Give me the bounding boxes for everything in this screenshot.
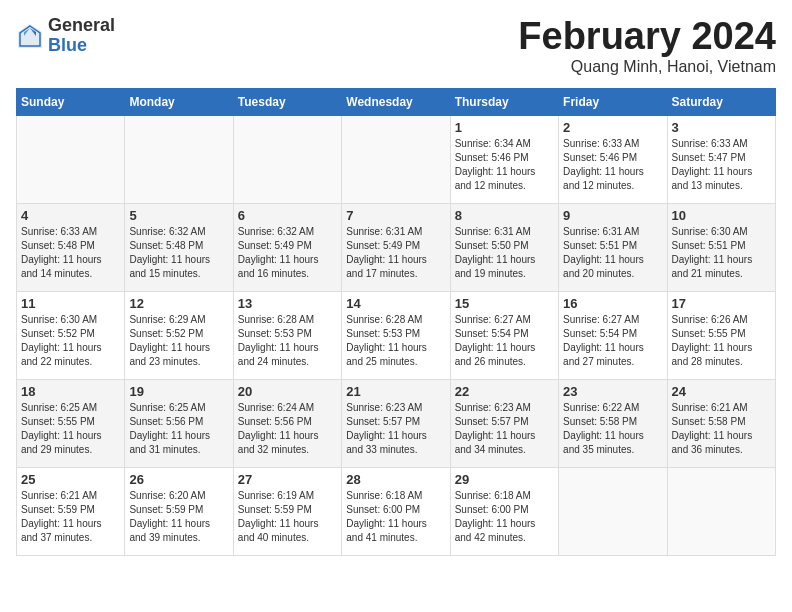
header-cell-friday: Friday bbox=[559, 88, 667, 115]
day-info: Sunrise: 6:23 AMSunset: 5:57 PMDaylight:… bbox=[346, 401, 445, 457]
calendar-cell: 23Sunrise: 6:22 AMSunset: 5:58 PMDayligh… bbox=[559, 379, 667, 467]
day-number: 14 bbox=[346, 296, 445, 311]
day-number: 15 bbox=[455, 296, 554, 311]
day-number: 22 bbox=[455, 384, 554, 399]
day-number: 12 bbox=[129, 296, 228, 311]
day-number: 10 bbox=[672, 208, 771, 223]
calendar-header: SundayMondayTuesdayWednesdayThursdayFrid… bbox=[17, 88, 776, 115]
day-info: Sunrise: 6:31 AMSunset: 5:49 PMDaylight:… bbox=[346, 225, 445, 281]
logo-blue-text: Blue bbox=[48, 36, 115, 56]
day-number: 1 bbox=[455, 120, 554, 135]
day-number: 20 bbox=[238, 384, 337, 399]
day-info: Sunrise: 6:22 AMSunset: 5:58 PMDaylight:… bbox=[563, 401, 662, 457]
day-info: Sunrise: 6:28 AMSunset: 5:53 PMDaylight:… bbox=[238, 313, 337, 369]
day-info: Sunrise: 6:21 AMSunset: 5:59 PMDaylight:… bbox=[21, 489, 120, 545]
calendar-cell: 11Sunrise: 6:30 AMSunset: 5:52 PMDayligh… bbox=[17, 291, 125, 379]
day-number: 24 bbox=[672, 384, 771, 399]
calendar-cell: 10Sunrise: 6:30 AMSunset: 5:51 PMDayligh… bbox=[667, 203, 775, 291]
calendar-cell: 21Sunrise: 6:23 AMSunset: 5:57 PMDayligh… bbox=[342, 379, 450, 467]
calendar-week-row: 4Sunrise: 6:33 AMSunset: 5:48 PMDaylight… bbox=[17, 203, 776, 291]
day-number: 21 bbox=[346, 384, 445, 399]
calendar-cell: 19Sunrise: 6:25 AMSunset: 5:56 PMDayligh… bbox=[125, 379, 233, 467]
calendar-cell bbox=[233, 115, 341, 203]
day-number: 9 bbox=[563, 208, 662, 223]
calendar-cell: 15Sunrise: 6:27 AMSunset: 5:54 PMDayligh… bbox=[450, 291, 558, 379]
day-number: 18 bbox=[21, 384, 120, 399]
logo-general-text: General bbox=[48, 16, 115, 36]
calendar-cell: 14Sunrise: 6:28 AMSunset: 5:53 PMDayligh… bbox=[342, 291, 450, 379]
calendar-table: SundayMondayTuesdayWednesdayThursdayFrid… bbox=[16, 88, 776, 556]
day-info: Sunrise: 6:33 AMSunset: 5:48 PMDaylight:… bbox=[21, 225, 120, 281]
page-header: General Blue February 2024 Quang Minh, H… bbox=[16, 16, 776, 76]
day-info: Sunrise: 6:25 AMSunset: 5:56 PMDaylight:… bbox=[129, 401, 228, 457]
calendar-cell: 13Sunrise: 6:28 AMSunset: 5:53 PMDayligh… bbox=[233, 291, 341, 379]
day-info: Sunrise: 6:18 AMSunset: 6:00 PMDaylight:… bbox=[346, 489, 445, 545]
day-info: Sunrise: 6:24 AMSunset: 5:56 PMDaylight:… bbox=[238, 401, 337, 457]
calendar-week-row: 11Sunrise: 6:30 AMSunset: 5:52 PMDayligh… bbox=[17, 291, 776, 379]
header-cell-tuesday: Tuesday bbox=[233, 88, 341, 115]
day-number: 5 bbox=[129, 208, 228, 223]
calendar-body: 1Sunrise: 6:34 AMSunset: 5:46 PMDaylight… bbox=[17, 115, 776, 555]
calendar-cell: 29Sunrise: 6:18 AMSunset: 6:00 PMDayligh… bbox=[450, 467, 558, 555]
logo-text: General Blue bbox=[48, 16, 115, 56]
calendar-cell bbox=[342, 115, 450, 203]
calendar-cell: 12Sunrise: 6:29 AMSunset: 5:52 PMDayligh… bbox=[125, 291, 233, 379]
day-number: 23 bbox=[563, 384, 662, 399]
day-info: Sunrise: 6:32 AMSunset: 5:49 PMDaylight:… bbox=[238, 225, 337, 281]
day-info: Sunrise: 6:21 AMSunset: 5:58 PMDaylight:… bbox=[672, 401, 771, 457]
day-info: Sunrise: 6:30 AMSunset: 5:52 PMDaylight:… bbox=[21, 313, 120, 369]
calendar-cell: 28Sunrise: 6:18 AMSunset: 6:00 PMDayligh… bbox=[342, 467, 450, 555]
day-number: 19 bbox=[129, 384, 228, 399]
calendar-cell bbox=[17, 115, 125, 203]
day-info: Sunrise: 6:20 AMSunset: 5:59 PMDaylight:… bbox=[129, 489, 228, 545]
calendar-cell: 26Sunrise: 6:20 AMSunset: 5:59 PMDayligh… bbox=[125, 467, 233, 555]
calendar-cell: 4Sunrise: 6:33 AMSunset: 5:48 PMDaylight… bbox=[17, 203, 125, 291]
header-cell-monday: Monday bbox=[125, 88, 233, 115]
day-number: 7 bbox=[346, 208, 445, 223]
calendar-week-row: 18Sunrise: 6:25 AMSunset: 5:55 PMDayligh… bbox=[17, 379, 776, 467]
day-info: Sunrise: 6:18 AMSunset: 6:00 PMDaylight:… bbox=[455, 489, 554, 545]
day-number: 28 bbox=[346, 472, 445, 487]
day-number: 16 bbox=[563, 296, 662, 311]
header-cell-thursday: Thursday bbox=[450, 88, 558, 115]
day-number: 6 bbox=[238, 208, 337, 223]
day-info: Sunrise: 6:31 AMSunset: 5:51 PMDaylight:… bbox=[563, 225, 662, 281]
calendar-cell: 6Sunrise: 6:32 AMSunset: 5:49 PMDaylight… bbox=[233, 203, 341, 291]
day-number: 4 bbox=[21, 208, 120, 223]
calendar-cell: 18Sunrise: 6:25 AMSunset: 5:55 PMDayligh… bbox=[17, 379, 125, 467]
day-number: 25 bbox=[21, 472, 120, 487]
day-number: 29 bbox=[455, 472, 554, 487]
day-info: Sunrise: 6:33 AMSunset: 5:46 PMDaylight:… bbox=[563, 137, 662, 193]
calendar-week-row: 1Sunrise: 6:34 AMSunset: 5:46 PMDaylight… bbox=[17, 115, 776, 203]
header-row: SundayMondayTuesdayWednesdayThursdayFrid… bbox=[17, 88, 776, 115]
day-number: 13 bbox=[238, 296, 337, 311]
location-subtitle: Quang Minh, Hanoi, Vietnam bbox=[518, 58, 776, 76]
calendar-cell: 16Sunrise: 6:27 AMSunset: 5:54 PMDayligh… bbox=[559, 291, 667, 379]
calendar-cell: 5Sunrise: 6:32 AMSunset: 5:48 PMDaylight… bbox=[125, 203, 233, 291]
day-info: Sunrise: 6:34 AMSunset: 5:46 PMDaylight:… bbox=[455, 137, 554, 193]
calendar-cell: 27Sunrise: 6:19 AMSunset: 5:59 PMDayligh… bbox=[233, 467, 341, 555]
calendar-cell: 8Sunrise: 6:31 AMSunset: 5:50 PMDaylight… bbox=[450, 203, 558, 291]
day-info: Sunrise: 6:27 AMSunset: 5:54 PMDaylight:… bbox=[455, 313, 554, 369]
calendar-cell: 1Sunrise: 6:34 AMSunset: 5:46 PMDaylight… bbox=[450, 115, 558, 203]
day-info: Sunrise: 6:30 AMSunset: 5:51 PMDaylight:… bbox=[672, 225, 771, 281]
calendar-cell bbox=[559, 467, 667, 555]
day-info: Sunrise: 6:25 AMSunset: 5:55 PMDaylight:… bbox=[21, 401, 120, 457]
day-info: Sunrise: 6:32 AMSunset: 5:48 PMDaylight:… bbox=[129, 225, 228, 281]
calendar-cell: 2Sunrise: 6:33 AMSunset: 5:46 PMDaylight… bbox=[559, 115, 667, 203]
day-number: 3 bbox=[672, 120, 771, 135]
calendar-cell: 3Sunrise: 6:33 AMSunset: 5:47 PMDaylight… bbox=[667, 115, 775, 203]
day-number: 17 bbox=[672, 296, 771, 311]
header-cell-wednesday: Wednesday bbox=[342, 88, 450, 115]
calendar-cell: 22Sunrise: 6:23 AMSunset: 5:57 PMDayligh… bbox=[450, 379, 558, 467]
header-cell-sunday: Sunday bbox=[17, 88, 125, 115]
calendar-cell: 7Sunrise: 6:31 AMSunset: 5:49 PMDaylight… bbox=[342, 203, 450, 291]
svg-marker-0 bbox=[18, 24, 42, 48]
day-info: Sunrise: 6:23 AMSunset: 5:57 PMDaylight:… bbox=[455, 401, 554, 457]
calendar-cell: 17Sunrise: 6:26 AMSunset: 5:55 PMDayligh… bbox=[667, 291, 775, 379]
calendar-week-row: 25Sunrise: 6:21 AMSunset: 5:59 PMDayligh… bbox=[17, 467, 776, 555]
logo: General Blue bbox=[16, 16, 115, 56]
calendar-cell: 9Sunrise: 6:31 AMSunset: 5:51 PMDaylight… bbox=[559, 203, 667, 291]
day-info: Sunrise: 6:26 AMSunset: 5:55 PMDaylight:… bbox=[672, 313, 771, 369]
day-info: Sunrise: 6:33 AMSunset: 5:47 PMDaylight:… bbox=[672, 137, 771, 193]
